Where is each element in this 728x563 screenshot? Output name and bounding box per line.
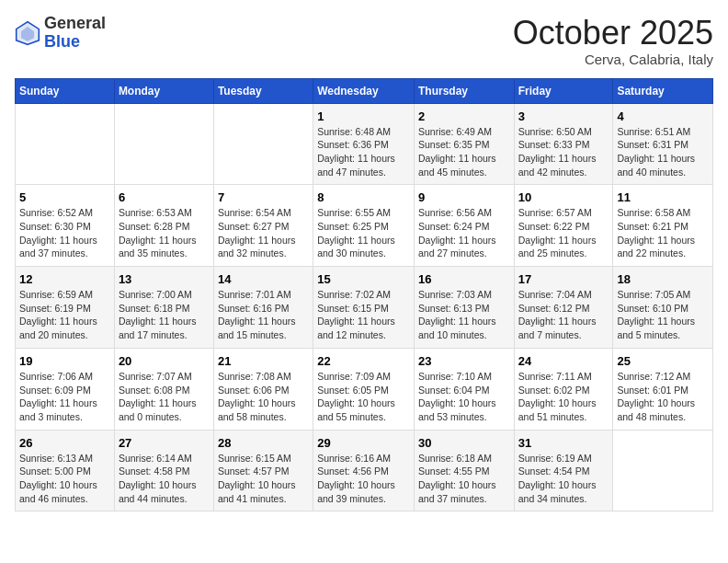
- location-subtitle: Cerva, Calabria, Italy: [513, 52, 713, 67]
- day-info: Sunrise: 6:49 AM Sunset: 6:35 PM Dayligh…: [418, 125, 510, 179]
- day-number: 30: [418, 436, 510, 450]
- calendar-table: SundayMondayTuesdayWednesdayThursdayFrid…: [15, 78, 713, 512]
- day-info: Sunrise: 7:01 AM Sunset: 6:16 PM Dayligh…: [218, 288, 309, 342]
- calendar-cell: 18Sunrise: 7:05 AM Sunset: 6:10 PM Dayli…: [613, 267, 713, 349]
- week-row-3: 19Sunrise: 7:06 AM Sunset: 6:09 PM Dayli…: [16, 348, 713, 430]
- day-info: Sunrise: 6:58 AM Sunset: 6:21 PM Dayligh…: [617, 206, 709, 260]
- day-info: Sunrise: 6:18 AM Sunset: 4:55 PM Dayligh…: [418, 452, 510, 506]
- day-info: Sunrise: 7:05 AM Sunset: 6:10 PM Dayligh…: [617, 288, 709, 342]
- weekday-header-thursday: Thursday: [414, 78, 514, 103]
- calendar-cell: 30Sunrise: 6:18 AM Sunset: 4:55 PM Dayli…: [414, 430, 514, 511]
- day-number: 19: [19, 354, 110, 368]
- day-number: 26: [19, 436, 110, 450]
- calendar-cell: 1Sunrise: 6:48 AM Sunset: 6:36 PM Daylig…: [313, 103, 415, 185]
- day-info: Sunrise: 6:14 AM Sunset: 4:58 PM Dayligh…: [119, 452, 210, 506]
- calendar-cell: 24Sunrise: 7:11 AM Sunset: 6:02 PM Dayli…: [514, 348, 613, 430]
- calendar-cell: [613, 430, 713, 511]
- day-number: 8: [317, 190, 410, 204]
- calendar-cell: 16Sunrise: 7:03 AM Sunset: 6:13 PM Dayli…: [414, 267, 514, 349]
- weekday-header-wednesday: Wednesday: [313, 78, 415, 103]
- day-info: Sunrise: 7:06 AM Sunset: 6:09 PM Dayligh…: [19, 370, 110, 424]
- day-info: Sunrise: 6:13 AM Sunset: 5:00 PM Dayligh…: [19, 452, 110, 506]
- day-info: Sunrise: 7:04 AM Sunset: 6:12 PM Dayligh…: [518, 288, 609, 342]
- calendar-cell: 2Sunrise: 6:49 AM Sunset: 6:35 PM Daylig…: [414, 103, 514, 185]
- calendar-cell: 22Sunrise: 7:09 AM Sunset: 6:05 PM Dayli…: [313, 348, 415, 430]
- calendar-cell: 15Sunrise: 7:02 AM Sunset: 6:15 PM Dayli…: [313, 267, 415, 349]
- day-number: 9: [418, 190, 510, 204]
- day-info: Sunrise: 7:02 AM Sunset: 6:15 PM Dayligh…: [317, 288, 410, 342]
- day-info: Sunrise: 6:16 AM Sunset: 4:56 PM Dayligh…: [317, 452, 410, 506]
- day-info: Sunrise: 6:51 AM Sunset: 6:31 PM Dayligh…: [617, 125, 709, 179]
- weekday-header-friday: Friday: [514, 78, 613, 103]
- day-number: 10: [518, 190, 609, 204]
- calendar-cell: [213, 103, 313, 185]
- logo: General Blue: [15, 15, 106, 52]
- calendar-cell: 23Sunrise: 7:10 AM Sunset: 6:04 PM Dayli…: [414, 348, 514, 430]
- day-info: Sunrise: 7:00 AM Sunset: 6:18 PM Dayligh…: [119, 288, 210, 342]
- day-info: Sunrise: 7:07 AM Sunset: 6:08 PM Dayligh…: [119, 370, 210, 424]
- calendar-cell: 9Sunrise: 6:56 AM Sunset: 6:24 PM Daylig…: [414, 185, 514, 267]
- day-info: Sunrise: 6:48 AM Sunset: 6:36 PM Dayligh…: [317, 125, 410, 179]
- day-number: 28: [218, 436, 309, 450]
- calendar-cell: 10Sunrise: 6:57 AM Sunset: 6:22 PM Dayli…: [514, 185, 613, 267]
- day-number: 15: [317, 272, 410, 286]
- calendar-cell: 26Sunrise: 6:13 AM Sunset: 5:00 PM Dayli…: [16, 430, 115, 511]
- calendar-cell: 12Sunrise: 6:59 AM Sunset: 6:19 PM Dayli…: [16, 267, 115, 349]
- day-info: Sunrise: 6:53 AM Sunset: 6:28 PM Dayligh…: [119, 206, 210, 260]
- week-row-1: 5Sunrise: 6:52 AM Sunset: 6:30 PM Daylig…: [16, 185, 713, 267]
- calendar-cell: 3Sunrise: 6:50 AM Sunset: 6:33 PM Daylig…: [514, 103, 613, 185]
- day-number: 6: [119, 190, 210, 204]
- day-number: 17: [518, 272, 609, 286]
- weekday-header-sunday: Sunday: [16, 78, 115, 103]
- day-info: Sunrise: 6:52 AM Sunset: 6:30 PM Dayligh…: [19, 206, 110, 260]
- day-number: 3: [518, 109, 609, 123]
- calendar-cell: 6Sunrise: 6:53 AM Sunset: 6:28 PM Daylig…: [114, 185, 213, 267]
- calendar-cell: 11Sunrise: 6:58 AM Sunset: 6:21 PM Dayli…: [613, 185, 713, 267]
- day-number: 1: [317, 109, 410, 123]
- page-header: General Blue October 2025 Cerva, Calabri…: [15, 15, 713, 67]
- day-info: Sunrise: 6:54 AM Sunset: 6:27 PM Dayligh…: [218, 206, 309, 260]
- calendar-cell: 4Sunrise: 6:51 AM Sunset: 6:31 PM Daylig…: [613, 103, 713, 185]
- day-number: 24: [518, 354, 609, 368]
- calendar-cell: [16, 103, 115, 185]
- day-number: 27: [119, 436, 210, 450]
- calendar-cell: 31Sunrise: 6:19 AM Sunset: 4:54 PM Dayli…: [514, 430, 613, 511]
- day-number: 29: [317, 436, 410, 450]
- week-row-2: 12Sunrise: 6:59 AM Sunset: 6:19 PM Dayli…: [16, 267, 713, 349]
- calendar-cell: 14Sunrise: 7:01 AM Sunset: 6:16 PM Dayli…: [213, 267, 313, 349]
- day-info: Sunrise: 7:10 AM Sunset: 6:04 PM Dayligh…: [418, 370, 510, 424]
- day-info: Sunrise: 6:50 AM Sunset: 6:33 PM Dayligh…: [518, 125, 609, 179]
- weekday-header-row: SundayMondayTuesdayWednesdayThursdayFrid…: [16, 78, 713, 103]
- title-block: October 2025 Cerva, Calabria, Italy: [513, 15, 713, 67]
- weekday-header-saturday: Saturday: [613, 78, 713, 103]
- day-number: 2: [418, 109, 510, 123]
- day-info: Sunrise: 7:11 AM Sunset: 6:02 PM Dayligh…: [518, 370, 609, 424]
- day-number: 21: [218, 354, 309, 368]
- day-info: Sunrise: 6:57 AM Sunset: 6:22 PM Dayligh…: [518, 206, 609, 260]
- calendar-cell: 20Sunrise: 7:07 AM Sunset: 6:08 PM Dayli…: [114, 348, 213, 430]
- day-number: 22: [317, 354, 410, 368]
- day-number: 16: [418, 272, 510, 286]
- week-row-4: 26Sunrise: 6:13 AM Sunset: 5:00 PM Dayli…: [16, 430, 713, 511]
- day-number: 25: [617, 354, 709, 368]
- day-info: Sunrise: 6:19 AM Sunset: 4:54 PM Dayligh…: [518, 452, 609, 506]
- day-number: 5: [19, 190, 110, 204]
- calendar-cell: 27Sunrise: 6:14 AM Sunset: 4:58 PM Dayli…: [114, 430, 213, 511]
- month-title: October 2025: [513, 15, 713, 52]
- logo-general: General: [44, 14, 106, 32]
- day-info: Sunrise: 6:56 AM Sunset: 6:24 PM Dayligh…: [418, 206, 510, 260]
- day-number: 4: [617, 109, 709, 123]
- calendar-cell: 13Sunrise: 7:00 AM Sunset: 6:18 PM Dayli…: [114, 267, 213, 349]
- day-info: Sunrise: 6:59 AM Sunset: 6:19 PM Dayligh…: [19, 288, 110, 342]
- calendar-cell: 25Sunrise: 7:12 AM Sunset: 6:01 PM Dayli…: [613, 348, 713, 430]
- day-number: 23: [418, 354, 510, 368]
- calendar-cell: 19Sunrise: 7:06 AM Sunset: 6:09 PM Dayli…: [16, 348, 115, 430]
- week-row-0: 1Sunrise: 6:48 AM Sunset: 6:36 PM Daylig…: [16, 103, 713, 185]
- calendar-cell: 17Sunrise: 7:04 AM Sunset: 6:12 PM Dayli…: [514, 267, 613, 349]
- calendar-cell: 7Sunrise: 6:54 AM Sunset: 6:27 PM Daylig…: [213, 185, 313, 267]
- day-number: 18: [617, 272, 709, 286]
- calendar-cell: 8Sunrise: 6:55 AM Sunset: 6:25 PM Daylig…: [313, 185, 415, 267]
- logo-blue: Blue: [44, 32, 80, 51]
- day-number: 11: [617, 190, 709, 204]
- logo-icon: [15, 20, 40, 46]
